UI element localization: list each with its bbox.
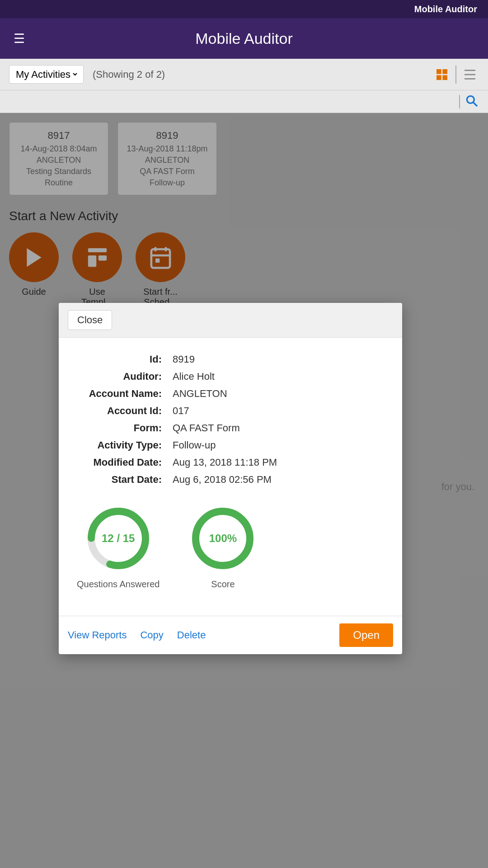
svg-rect-2 bbox=[436, 75, 441, 80]
table-row: Auditor: Alice Holt bbox=[78, 368, 383, 385]
view-reports-link[interactable]: View Reports bbox=[68, 629, 127, 641]
svg-rect-3 bbox=[442, 75, 447, 80]
showing-count: (Showing 2 of 2) bbox=[93, 69, 165, 80]
header-title: Mobile Auditor bbox=[195, 30, 292, 47]
activity-filter-select[interactable]: My Activities bbox=[9, 65, 84, 84]
activity-detail-modal: Close Id: 8919 Auditor: Alice Holt Accou… bbox=[59, 303, 402, 654]
svg-rect-5 bbox=[465, 74, 475, 75]
score-chart: 100% Score bbox=[187, 502, 259, 590]
svg-line-8 bbox=[474, 103, 477, 106]
table-row: Id: 8919 bbox=[78, 351, 383, 368]
open-button[interactable]: Open bbox=[339, 623, 393, 647]
main-content: 8917 14-Aug-2018 8:04am ANGLETON Testing… bbox=[0, 113, 488, 868]
search-row bbox=[0, 90, 488, 113]
menu-icon[interactable]: ☰ bbox=[14, 31, 25, 46]
list-view-button[interactable] bbox=[461, 66, 479, 84]
questions-answered-chart: 12 / 15 Questions Answered bbox=[77, 502, 160, 590]
grid-view-button[interactable] bbox=[433, 66, 451, 84]
modal-info-table: Id: 8919 Auditor: Alice Holt Account Nam… bbox=[77, 350, 384, 489]
copy-link[interactable]: Copy bbox=[140, 629, 163, 641]
status-bar: Mobile Auditor bbox=[0, 0, 488, 18]
activity-filter-dropdown[interactable]: My Activities bbox=[14, 68, 79, 80]
modal-body: Id: 8919 Auditor: Alice Holt Account Nam… bbox=[59, 338, 402, 616]
questions-donut-value: 12 / 15 bbox=[102, 532, 135, 545]
table-row: Start Date: Aug 6, 2018 02:56 PM bbox=[78, 472, 383, 488]
table-row: Account Id: 017 bbox=[78, 403, 383, 419]
field-label-id: Id: bbox=[78, 351, 168, 368]
toolbar-divider bbox=[455, 66, 456, 84]
table-row: Modified Date: Aug 13, 2018 11:18 PM bbox=[78, 454, 383, 471]
field-label-account-id: Account Id: bbox=[78, 403, 168, 419]
field-value-start-date: Aug 6, 2018 02:56 PM bbox=[169, 472, 383, 488]
table-row: Activity Type: Follow-up bbox=[78, 437, 383, 453]
search-divider bbox=[459, 95, 460, 108]
toolbar: My Activities (Showing 2 of 2) bbox=[0, 59, 488, 90]
score-donut-value: 100% bbox=[209, 532, 237, 545]
questions-donut-label: Questions Answered bbox=[77, 579, 160, 590]
field-label-activity-type: Activity Type: bbox=[78, 437, 168, 453]
svg-rect-6 bbox=[465, 78, 475, 80]
delete-link[interactable]: Delete bbox=[177, 629, 206, 641]
search-button[interactable] bbox=[465, 94, 479, 110]
field-value-form: QA FAST Form bbox=[169, 420, 383, 436]
field-value-account-id: 017 bbox=[169, 403, 383, 419]
svg-rect-1 bbox=[442, 69, 447, 74]
field-label-account-name: Account Name: bbox=[78, 386, 168, 402]
modal-header: Close bbox=[59, 303, 402, 338]
field-label-modified-date: Modified Date: bbox=[78, 454, 168, 471]
status-bar-title: Mobile Auditor bbox=[414, 4, 477, 14]
field-label-auditor: Auditor: bbox=[78, 368, 168, 385]
field-value-account-name: ANGLETON bbox=[169, 386, 383, 402]
field-value-id: 8919 bbox=[169, 351, 383, 368]
modal-close-button[interactable]: Close bbox=[68, 310, 112, 330]
field-value-modified-date: Aug 13, 2018 11:18 PM bbox=[169, 454, 383, 471]
app-header: ☰ Mobile Auditor bbox=[0, 18, 488, 59]
field-label-start-date: Start Date: bbox=[78, 472, 168, 488]
field-value-activity-type: Follow-up bbox=[169, 437, 383, 453]
charts-row: 12 / 15 Questions Answered 100% Score bbox=[77, 502, 384, 590]
svg-point-7 bbox=[467, 96, 474, 103]
svg-rect-4 bbox=[465, 70, 475, 71]
table-row: Form: QA FAST Form bbox=[78, 420, 383, 436]
modal-footer: View Reports Copy Delete Open bbox=[59, 616, 402, 654]
field-label-form: Form: bbox=[78, 420, 168, 436]
svg-rect-0 bbox=[436, 69, 441, 74]
score-donut: 100% bbox=[187, 502, 259, 575]
score-donut-label: Score bbox=[211, 579, 235, 590]
table-row: Account Name: ANGLETON bbox=[78, 386, 383, 402]
questions-donut: 12 / 15 bbox=[82, 502, 155, 575]
field-value-auditor: Alice Holt bbox=[169, 368, 383, 385]
